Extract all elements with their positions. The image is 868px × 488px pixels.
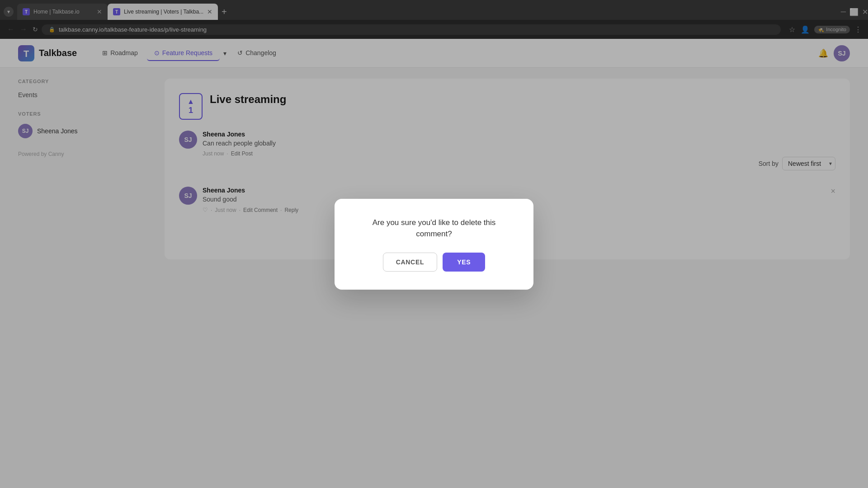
dialog-message: Are you sure you'd like to delete this c…: [356, 217, 512, 240]
dialog-buttons: CANCEL YES: [356, 253, 512, 272]
cancel-button[interactable]: CANCEL: [383, 253, 438, 272]
yes-button[interactable]: YES: [443, 253, 485, 272]
page-content: T Talkbase ⊞ Roadmap ⊙ Feature Requests …: [0, 39, 868, 488]
delete-dialog: Are you sure you'd like to delete this c…: [335, 199, 533, 290]
modal-overlay: Are you sure you'd like to delete this c…: [0, 39, 868, 488]
